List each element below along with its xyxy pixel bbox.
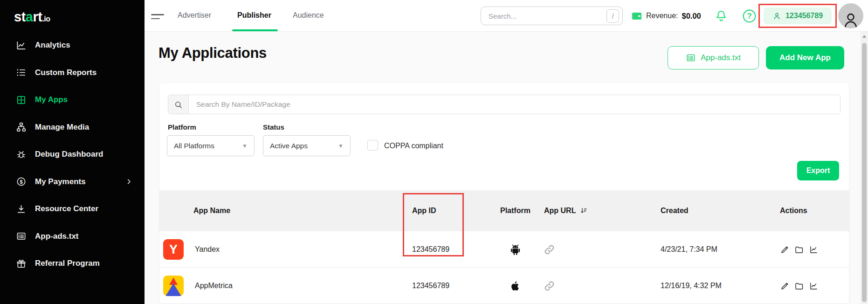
- platform-filter-label: Platform: [168, 123, 196, 131]
- column-header-app-url[interactable]: App URL: [544, 190, 588, 231]
- sidebar-item-my-payments[interactable]: $ My Payments: [0, 168, 145, 196]
- logo-tld: .io: [42, 15, 50, 23]
- bug-icon: [16, 149, 27, 160]
- sidebar-item-label: Analytics: [35, 41, 70, 50]
- created-cell: 12/16/19, 4:32 PM: [661, 268, 722, 304]
- table-row: Y Yandex 123456789 4/23/21, 7:34 PM: [159, 231, 849, 268]
- sidebar-item-analytics[interactable]: Analytics: [0, 32, 145, 59]
- sidebar-item-app-ads[interactable]: App-ads.txt: [0, 223, 145, 250]
- column-header-app-id: App ID: [412, 190, 436, 231]
- wallet-icon: [631, 10, 642, 21]
- line-chart-icon: [16, 40, 27, 51]
- sidebar-item-label: Custom Reports: [35, 68, 96, 77]
- logo-text: rt: [33, 9, 42, 24]
- hierarchy-icon: [16, 122, 27, 132]
- sidebar-item-resource-center[interactable]: Resource Center: [0, 195, 145, 223]
- app-id-cell: 123456789: [412, 231, 449, 268]
- notifications-bell-icon[interactable]: [714, 9, 728, 23]
- status-filter-label: Status: [263, 123, 284, 131]
- scrollbar-up-arrow[interactable]: [862, 35, 866, 38]
- chevron-right-icon: [125, 178, 132, 185]
- app-ads-txt-button[interactable]: App-ads.txt: [668, 46, 759, 69]
- folder-icon[interactable]: [794, 245, 804, 255]
- app-id-cell: 123456789: [412, 268, 449, 304]
- coppa-checkbox-label: COPPA compliant: [384, 142, 443, 150]
- sidebar: start.io Analytics Custom Reports My App…: [0, 0, 145, 304]
- app-name-cell: AppMetrica: [195, 268, 233, 304]
- status-select-value: Active Apps: [270, 142, 308, 150]
- platform-select[interactable]: All Platforms ▼: [167, 135, 255, 156]
- sidebar-menu: Analytics Custom Reports My Apps Manage …: [0, 32, 145, 277]
- svg-text:?: ?: [747, 12, 751, 20]
- active-tab-underline: [232, 29, 278, 31]
- help-icon[interactable]: ?: [742, 8, 757, 24]
- download-icon: [16, 204, 27, 214]
- android-platform-icon: [508, 231, 523, 268]
- user-icon: [772, 12, 781, 21]
- row-actions: [780, 231, 819, 268]
- user-id-badge[interactable]: 123456789: [764, 7, 832, 24]
- column-header-actions: Actions: [780, 190, 807, 231]
- table-search: [168, 95, 840, 114]
- person-icon: [842, 11, 860, 28]
- global-search-input[interactable]: [488, 12, 606, 21]
- main-content: My Applications App-ads.txt Add New App …: [145, 32, 861, 304]
- platform-select-value: All Platforms: [174, 142, 214, 150]
- appmetrica-blue-triangle: [165, 283, 181, 296]
- logo-accent: a: [26, 9, 33, 24]
- sidebar-item-label: My Apps: [35, 95, 68, 104]
- sidebar-item-manage-media[interactable]: Manage Media: [0, 114, 145, 141]
- edit-icon[interactable]: [780, 281, 790, 291]
- add-new-app-button[interactable]: Add New App: [766, 46, 844, 69]
- edit-icon[interactable]: [780, 245, 790, 255]
- tab-advertiser[interactable]: Advertiser: [178, 0, 211, 31]
- highlight-box-user-id: 123456789: [758, 4, 837, 28]
- column-header-platform: Platform: [500, 190, 530, 231]
- logo-text: st: [14, 9, 26, 24]
- sidebar-item-my-apps[interactable]: My Apps: [0, 86, 145, 114]
- hamburger-menu-icon[interactable]: [151, 14, 164, 19]
- table-header-row: App Name App ID Platform App URL Created…: [159, 190, 849, 231]
- yandex-app-icon: Y: [163, 239, 184, 260]
- avatar[interactable]: [838, 3, 863, 28]
- tab-publisher[interactable]: Publisher: [237, 0, 271, 31]
- svg-text:$: $: [20, 179, 22, 185]
- sidebar-item-label: Debug Dashboard: [35, 150, 103, 159]
- sidebar-item-debug-dashboard[interactable]: Debug Dashboard: [0, 141, 145, 168]
- yandex-letter: Y: [169, 242, 178, 257]
- export-button[interactable]: Export: [797, 161, 839, 180]
- global-search: /: [481, 7, 623, 25]
- gift-icon: [16, 258, 27, 269]
- row-actions: [780, 268, 819, 304]
- slash-shortcut-badge: /: [606, 9, 619, 23]
- app-url-link-icon[interactable]: [543, 231, 556, 268]
- sidebar-item-referral-program[interactable]: Referral Program: [0, 250, 145, 277]
- sidebar-item-label: Resource Center: [35, 204, 98, 214]
- sidebar-item-custom-reports[interactable]: Custom Reports: [0, 59, 145, 87]
- scrollbar-thumb[interactable]: [862, 43, 867, 302]
- revenue-value: $0.00: [682, 12, 701, 21]
- sidebar-item-label: Referral Program: [35, 259, 100, 268]
- app-url-link-icon[interactable]: [543, 268, 556, 304]
- page-title: My Applications: [158, 45, 267, 62]
- coppa-checkbox[interactable]: [367, 140, 378, 151]
- sidebar-item-label: Manage Media: [35, 123, 89, 132]
- folder-icon[interactable]: [794, 281, 804, 291]
- app-ads-txt-label: App-ads.txt: [701, 53, 741, 62]
- grid-icon: [16, 95, 27, 105]
- analytics-chart-icon[interactable]: [809, 245, 819, 255]
- startio-logo[interactable]: start.io: [14, 9, 50, 25]
- list-box-icon: [16, 231, 27, 242]
- tab-audience[interactable]: Audience: [293, 0, 324, 31]
- dollar-circle-icon: $: [16, 176, 27, 187]
- vertical-scrollbar[interactable]: [861, 32, 868, 304]
- apple-platform-icon: [508, 268, 522, 304]
- status-select[interactable]: Active Apps ▼: [263, 135, 351, 156]
- search-icon: [168, 95, 189, 114]
- created-cell: 4/23/21, 7:34 PM: [661, 231, 717, 268]
- column-header-app-name: App Name: [193, 190, 230, 231]
- analytics-chart-icon[interactable]: [809, 281, 819, 291]
- column-header-app-url-label: App URL: [544, 207, 576, 215]
- chevron-down-icon: ▼: [338, 143, 344, 149]
- table-search-input[interactable]: [189, 95, 840, 114]
